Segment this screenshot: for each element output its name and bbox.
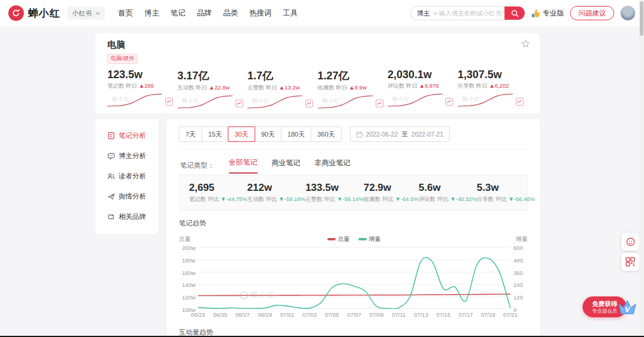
search-input[interactable] <box>438 9 504 17</box>
chart-legend: 总量 增量 <box>198 235 510 243</box>
user-avatar[interactable] <box>620 5 636 21</box>
stat-delta: ▲6,202 <box>489 82 509 89</box>
note-analysis-panel: 7天 15天 30天 90天 180天 360天 2022-06-22 至 20… <box>167 119 540 337</box>
tab-all-notes[interactable]: 全部笔记 <box>229 157 258 174</box>
stat-delta: ▲8.9w <box>349 84 366 91</box>
pro-version-link[interactable]: 专业版 <box>531 8 564 18</box>
nav-item-home[interactable]: 首页 <box>118 8 133 18</box>
sidebar-item-note-analysis[interactable]: 笔记分析 <box>95 125 158 146</box>
stat-value: 1.27亿 <box>318 69 388 83</box>
app-logo[interactable]: 蝉小红 <box>8 5 60 21</box>
summary-shares: 5.3w 分享数 环比 ▼-66.46% <box>477 182 535 203</box>
logo-icon <box>8 5 24 21</box>
chevron-down-icon <box>433 12 438 15</box>
platform-select[interactable]: 小红书 <box>67 7 105 20</box>
nav-item-brand[interactable]: 品牌 <box>197 8 212 18</box>
service-face-icon <box>626 237 636 247</box>
right-axis-label: 增量 <box>510 235 528 243</box>
date-range-group: 7天 15天 30天 90天 180天 360天 <box>179 126 342 142</box>
stat-delta: ▲22.8w <box>209 84 230 91</box>
watermark: 蝉小红 <box>112 95 130 103</box>
page-title: 电脑 <box>107 39 528 51</box>
stat-notes: 123.5w 笔记数 昨日 ▲265 蝉小红 <box>107 69 178 110</box>
nav-item-category[interactable]: 品类 <box>223 8 238 18</box>
trend-chart-icon[interactable] <box>445 98 453 106</box>
stat-value: 1,307.5w <box>458 69 528 81</box>
summary-stats-band: 2,695 笔记数 环比 ▼-44.75% 212w 互动数 环比 ▼-59.1… <box>179 175 528 211</box>
paper-plane-icon <box>107 193 115 200</box>
qr-code-icon <box>626 257 635 267</box>
summary-favorites: 72.9w 收藏数 环比 ▼-64.5% <box>364 182 419 203</box>
trend-chart-icon[interactable] <box>516 98 524 106</box>
nav-item-tools[interactable]: 工具 <box>283 8 298 18</box>
range-15d[interactable]: 15天 <box>202 126 228 142</box>
range-90d[interactable]: 90天 <box>255 126 281 142</box>
stat-value: 3.17亿 <box>178 69 248 83</box>
range-360d[interactable]: 360天 <box>311 126 341 142</box>
stat-value: 2,030.1w <box>388 69 458 81</box>
summary-comments: 5.6w 评论数 环比 ▼-40.32% <box>419 182 477 203</box>
trend-chart-icon[interactable] <box>305 100 313 107</box>
trend-chart-icon[interactable] <box>165 98 173 106</box>
top-navbar: 蝉小红 小红书 首页 博主 笔记 品牌 品类 热搜词 工具 博主 专业版 问题建… <box>0 0 644 26</box>
stat-favorites: 1.27亿 收藏数 昨日 ▲8.9w 蝉小红 <box>318 69 388 110</box>
search-icon <box>511 10 519 17</box>
search-button[interactable] <box>504 6 525 20</box>
vip-v-badge-icon[interactable]: V <box>615 298 639 320</box>
stat-label: 互动数 <box>178 84 195 91</box>
stat-label: 收藏数 <box>318 84 335 91</box>
feedback-button[interactable]: 问题建议 <box>570 6 614 20</box>
overview-stats-row: 123.5w 笔记数 昨日 ▲265 蝉小红 3.17亿 互动数 昨日 ▲22.… <box>107 69 528 110</box>
stat-interactions: 3.17亿 互动数 昨日 ▲22.8w 蝉小红 <box>178 69 248 110</box>
category-tag: 电脑/硬件 <box>107 54 138 64</box>
sidebar-item-related-brands[interactable]: 相关品牌 <box>95 206 158 227</box>
trend-chart-icon[interactable] <box>236 100 243 107</box>
tag-icon <box>107 213 115 221</box>
watermark: 蝉小红 <box>252 97 270 105</box>
topic-overview-card: 电脑 电脑/硬件 123.5w 笔记数 昨日 ▲265 蝉小红 3.17亿 互动… <box>95 33 540 113</box>
users-icon <box>107 172 115 180</box>
summary-likes: 133.5w 点赞数 环比 ▼-56.14% <box>305 182 364 203</box>
stat-comments: 2,030.1w 评论数 昨日 ▲6,876 蝉小红 <box>388 69 458 110</box>
stat-likes: 1.7亿 点赞数 昨日 ▲13.2w 蝉小红 <box>247 69 318 110</box>
stat-value: 123.5w <box>107 69 178 81</box>
tab-noncommercial-notes[interactable]: 非商业笔记 <box>315 158 351 173</box>
sidebar-item-sentiment-analysis[interactable]: 舆情分析 <box>95 186 158 206</box>
customer-service-button[interactable] <box>621 233 639 251</box>
scrollbar-thumb[interactable] <box>640 1 643 36</box>
watermark: 蝉小红 <box>392 95 410 103</box>
chart-plot-area[interactable]: 蝉小红 <box>198 247 510 309</box>
analysis-sidebar: 笔记分析 博主分析 读者分析 舆情分析 相关品牌 <box>95 119 158 234</box>
trend-chart: 200w180w160w140w120w100w 蝉小红 60048036024… <box>179 247 528 309</box>
note-type-label: 笔记类型： <box>180 161 215 170</box>
nav-item-notes[interactable]: 笔记 <box>171 8 185 18</box>
nav-item-hotwords[interactable]: 热搜词 <box>249 8 272 18</box>
logo-text: 蝉小红 <box>28 7 60 20</box>
legend-total[interactable]: 总量 <box>327 235 350 243</box>
pro-badge-icon <box>531 9 540 18</box>
range-30d[interactable]: 30天 <box>228 126 255 142</box>
nav-item-blogger[interactable]: 博主 <box>144 8 159 18</box>
note-type-tabs: 笔记类型： 全部笔记 商业笔记 非商业笔记 <box>179 150 528 174</box>
search-box: 博主 <box>410 6 525 20</box>
watermark: 蝉小红 <box>182 97 200 105</box>
favorite-star-icon[interactable] <box>521 39 530 51</box>
scrollbar-track[interactable] <box>639 0 644 337</box>
date-range-picker[interactable]: 2022-06-22 至 2022-07-21 <box>350 126 450 142</box>
summary-notes: 2,695 笔记数 环比 ▼-44.75% <box>189 182 247 203</box>
date-end: 2022-07-21 <box>411 131 444 138</box>
stat-label: 点赞数 <box>247 84 265 91</box>
search-category-select[interactable]: 博主 <box>411 9 433 18</box>
qr-code-button[interactable] <box>621 253 639 271</box>
range-180d[interactable]: 180天 <box>281 126 311 142</box>
sidebar-item-blogger-analysis[interactable]: 博主分析 <box>95 146 158 166</box>
stat-shares: 1,307.5w 分享数 昨日 ▲6,202 蝉小红 <box>458 69 528 110</box>
stat-label: 笔记数 <box>107 82 125 89</box>
main-nav: 首页 博主 笔记 品牌 品类 热搜词 工具 <box>118 8 298 18</box>
x-axis-ticks: 06/2306/2506/2706/2907/0107/0307/0507/07… <box>198 309 510 319</box>
legend-delta[interactable]: 增量 <box>358 235 381 243</box>
range-7d[interactable]: 7天 <box>179 126 202 142</box>
trend-chart-icon[interactable] <box>376 100 383 107</box>
sidebar-item-reader-analysis[interactable]: 读者分析 <box>95 166 158 186</box>
tab-commercial-notes[interactable]: 商业笔记 <box>272 158 301 173</box>
